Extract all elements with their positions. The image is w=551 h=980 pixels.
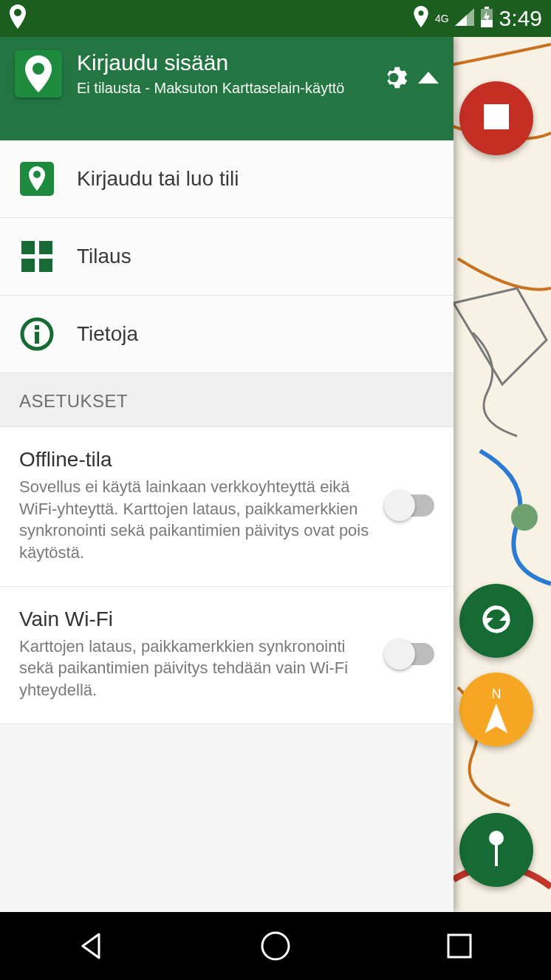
drawer-title: Kirjaudu sisään	[77, 50, 365, 75]
location-status-icon	[413, 6, 429, 31]
screen: 4G 3:49	[0, 0, 551, 980]
sync-icon	[479, 602, 514, 640]
settings-icon[interactable]	[380, 64, 408, 95]
setting-desc-wifi: Karttojen lataus, paikkamerkkien synkron…	[19, 636, 372, 701]
svg-point-1	[418, 10, 423, 16]
menu-item-login[interactable]: Kirjaudu tai luo tili	[0, 140, 454, 218]
menu-item-about[interactable]: Tietoja	[0, 296, 454, 373]
pin-notif-icon	[9, 4, 27, 33]
setting-text-offline: Offline-tila Sovellus ei käytä lainkaan …	[19, 448, 372, 564]
android-nav-bar	[0, 912, 551, 980]
compass-n-label: N	[492, 687, 502, 702]
settings-section-header: ASETUKSET	[0, 373, 454, 427]
offline-switch[interactable]	[387, 494, 434, 517]
svg-point-9	[489, 831, 504, 845]
menu-item-subscription[interactable]: Tilaus	[0, 218, 454, 296]
status-left	[9, 4, 27, 33]
menu-label-subscription: Tilaus	[77, 245, 131, 268]
svg-rect-15	[35, 325, 39, 330]
drawer-body: Kirjaudu tai luo tili Tilaus Tietoja ASE…	[0, 140, 454, 912]
app-pin-icon	[19, 161, 55, 197]
compass-fab[interactable]: N	[459, 673, 533, 746]
app-logo-icon	[15, 50, 62, 98]
switch-knob	[384, 490, 415, 521]
status-bar: 4G 3:49	[0, 0, 551, 37]
svg-rect-2	[485, 7, 489, 9]
menu-label-login: Kirjaudu tai luo tili	[77, 167, 239, 191]
setting-text-wifi: Vain Wi-Fi Karttojen lataus, paikkamerkk…	[19, 608, 372, 701]
collapse-arrow-icon[interactable]	[418, 72, 439, 86]
grid-icon	[19, 239, 55, 274]
svg-point-0	[14, 9, 21, 16]
svg-rect-10	[495, 844, 498, 866]
status-right: 4G 3:49	[413, 6, 542, 31]
info-icon	[19, 316, 55, 352]
signal-icon	[455, 8, 474, 29]
drawer-header-actions	[380, 64, 439, 95]
battery-icon	[480, 7, 493, 30]
svg-point-16	[262, 933, 289, 959]
svg-point-11	[32, 63, 44, 75]
network-type-label: 4G	[435, 13, 449, 24]
setting-item-offline[interactable]: Offline-tila Sovellus ei käytä lainkaan …	[0, 427, 454, 587]
menu-label-about: Tietoja	[77, 322, 138, 346]
back-button[interactable]	[62, 924, 121, 968]
sync-fab[interactable]	[459, 584, 533, 658]
switch-knob	[384, 639, 415, 670]
svg-rect-14	[35, 332, 39, 344]
setting-title-wifi: Vain Wi-Fi	[19, 608, 372, 631]
stop-icon	[484, 104, 509, 132]
pin-icon	[487, 831, 506, 869]
nav-drawer: Kirjaudu sisään Ei tilausta - Maksuton K…	[0, 37, 454, 912]
svg-rect-17	[448, 935, 470, 957]
setting-title-offline: Offline-tila	[19, 448, 372, 472]
svg-rect-8	[484, 104, 509, 129]
stop-fab[interactable]	[459, 81, 533, 155]
svg-point-6	[511, 504, 538, 531]
recents-button[interactable]	[430, 924, 489, 968]
svg-point-12	[33, 171, 41, 178]
setting-item-wifi-only[interactable]: Vain Wi-Fi Karttojen lataus, paikkamerkk…	[0, 587, 454, 724]
wifi-only-switch[interactable]	[387, 643, 434, 665]
clock-label: 3:49	[499, 6, 542, 31]
add-pin-fab[interactable]	[459, 813, 533, 887]
drawer-title-block: Kirjaudu sisään Ei tilausta - Maksuton K…	[77, 50, 365, 98]
home-button[interactable]	[246, 924, 305, 968]
drawer-header: Kirjaudu sisään Ei tilausta - Maksuton K…	[0, 37, 454, 140]
drawer-subtitle: Ei tilausta - Maksuton Karttaselain-käyt…	[77, 78, 365, 98]
compass-arrow-icon	[483, 704, 510, 733]
setting-desc-offline: Sovellus ei käytä lainkaan verkkoyhteytt…	[19, 476, 372, 564]
